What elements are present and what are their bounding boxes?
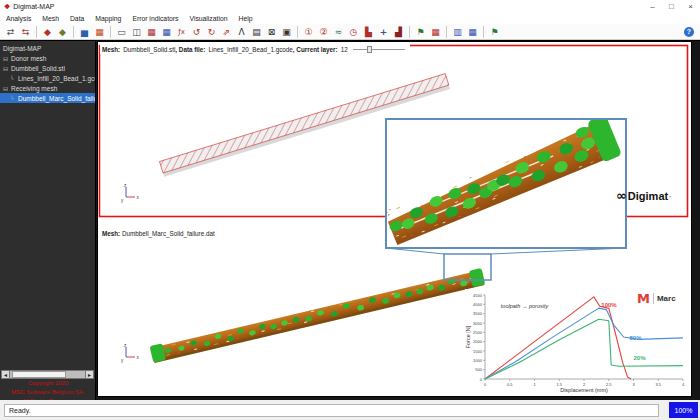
tree-item-receiving-mesh[interactable]: ⊟ Receiving mesh: [0, 83, 95, 93]
history-icon[interactable]: ◷: [346, 25, 361, 39]
snapshot-icon[interactable]: ▣: [279, 25, 294, 39]
scroll-left-button[interactable]: ◄: [1, 370, 10, 379]
viewport-split-icon[interactable]: ◫: [129, 25, 144, 39]
svg-text:y: y: [121, 198, 124, 203]
tree-item-label: Donor mesh: [11, 55, 46, 62]
menu-visualization[interactable]: Visualization: [189, 15, 227, 22]
toolbar-separator: [36, 26, 37, 38]
histogram-icon[interactable]: ▅: [77, 25, 92, 39]
compare-grid-icon[interactable]: ▦: [428, 25, 443, 39]
close-button[interactable]: ×: [681, 0, 700, 13]
log-view-icon[interactable]: ▤: [249, 25, 264, 39]
datafile-value: Lines_Infill_20_Bead_1.gcode: [208, 46, 292, 53]
mesh-label: Mesh:: [102, 46, 120, 53]
curves-icon[interactable]: ≈: [331, 25, 346, 39]
status-bar: Ready. 100%: [0, 400, 700, 420]
field-grid-icon[interactable]: ▦: [465, 25, 480, 39]
tree-item-dumbbell-solid[interactable]: ⊟ Dumbbell_Solid.stl: [0, 63, 95, 73]
error-function-icon[interactable]: ƒx: [174, 25, 189, 39]
tree-item-label: Receiving mesh: [11, 85, 57, 92]
toolbar-separator: [409, 26, 410, 38]
expander-icon[interactable]: ⊟: [3, 65, 11, 72]
force-displacement-chart: 00.511.522.533.5405001000150020002500300…: [465, 289, 689, 395]
layer-value: 12: [341, 46, 348, 53]
svg-text:0.5: 0.5: [507, 382, 513, 387]
receiving-mesh-view-icon[interactable]: ▦: [159, 25, 174, 39]
expander-icon[interactable]: ⊟: [3, 55, 11, 62]
logo-divider: [653, 293, 654, 304]
mesh-value: Dumbbell_Solid.stl: [123, 46, 175, 53]
open-receiving-icon[interactable]: ◆: [55, 25, 70, 39]
digimat-logo-text: Digimat: [628, 190, 668, 202]
run-mapping-icon[interactable]: ⚑: [487, 25, 502, 39]
svg-text:Force [N]: Force [N]: [465, 325, 471, 348]
tree-item-label: Dumbbell_Solid.stl: [11, 65, 65, 72]
svg-text:1.5: 1.5: [556, 382, 562, 387]
axis-triad-icon: z x y: [121, 183, 140, 203]
tree-item-label: Lines_Infill_20_Bead_1.gcode: [18, 75, 95, 82]
menu-help[interactable]: Help: [239, 15, 253, 22]
help-icon[interactable]: ?: [684, 27, 694, 37]
svg-text:500: 500: [475, 367, 482, 372]
render-mode-icon[interactable]: Λ: [234, 25, 249, 39]
menu-data[interactable]: Data: [70, 15, 84, 22]
svg-text:toolpath → porosity: toolpath → porosity: [501, 303, 550, 309]
marc-logo: M Marc: [637, 292, 676, 305]
tree-item-donor-mesh[interactable]: ⊟ Donor mesh: [0, 53, 95, 63]
layer-label: , Current layer:: [293, 46, 338, 53]
svg-text:3.5: 3.5: [655, 382, 661, 387]
scrollbar-track[interactable]: [10, 370, 85, 379]
rotate-cw-icon[interactable]: ↻: [204, 25, 219, 39]
window-title: Digimat-MAP: [13, 3, 54, 10]
tree-root[interactable]: Digimat-MAP: [0, 43, 95, 53]
menu-mapping[interactable]: Mapping: [95, 15, 121, 22]
crosshair-icon[interactable]: +: [376, 25, 391, 39]
svg-text:100%: 100%: [601, 302, 617, 308]
maximize-button[interactable]: □: [662, 0, 681, 13]
toolbar: ⇄ ⇆ ◆ ◆ ▅ ▦ ▭ ◫ ▦ ▦ ƒx ↺ ↻ ⇗ Λ ▤ ⊠ ▣ ① ②…: [0, 24, 700, 40]
svg-text:y: y: [121, 358, 124, 363]
menu-analysis[interactable]: Analysis: [6, 15, 31, 22]
tree-item-marc-failure[interactable]: └ Dumbbell_Marc_Solid_failure.da: [0, 93, 95, 103]
svg-text:1000: 1000: [473, 358, 483, 363]
flag-icon[interactable]: ⚑: [413, 25, 428, 39]
menu-error-indicators[interactable]: Error indicators: [132, 15, 178, 22]
tree-item-gcode[interactable]: └ Lines_Infill_20_Bead_1.gcode: [0, 73, 95, 83]
open-donor-icon[interactable]: ◆: [40, 25, 55, 39]
levels-icon[interactable]: ▙: [361, 25, 376, 39]
transfer-donor-icon[interactable]: ⇄: [3, 25, 18, 39]
viewport-single-icon[interactable]: ▭: [114, 25, 129, 39]
donor-mesh-info-bar: Mesh: Dumbbell_Solid.stl , Data file: Li…: [100, 44, 410, 54]
zoom-extent-icon[interactable]: ⇗: [219, 25, 234, 39]
datafile-label: , Data file:: [175, 46, 205, 53]
levels-alt-icon[interactable]: ▟: [391, 25, 406, 39]
svg-text:20%: 20%: [634, 355, 647, 361]
field-plot-icon[interactable]: ▦: [92, 25, 107, 39]
map-step-1-icon[interactable]: ①: [301, 25, 316, 39]
layer-slider-handle[interactable]: [367, 46, 372, 53]
svg-text:Displacement (mm): Displacement (mm): [560, 387, 608, 393]
scroll-right-button[interactable]: ►: [85, 370, 94, 379]
sidebar-scrollbar[interactable]: ◄ ►: [1, 370, 94, 379]
donor-mesh-view-icon[interactable]: ▦: [144, 25, 159, 39]
colorbar-icon[interactable]: ▥: [450, 25, 465, 39]
branch-icon: └: [10, 95, 18, 102]
map-step-2-icon[interactable]: ②: [316, 25, 331, 39]
tree-root-label: Digimat-MAP: [3, 45, 41, 52]
layer-slider[interactable]: [353, 49, 405, 50]
axis-triad-icon: z x y: [121, 343, 140, 363]
rotate-ccw-icon[interactable]: ↺: [189, 25, 204, 39]
svg-text:z: z: [124, 343, 127, 348]
menu-bar: Analysis Mesh Data Mapping Error indicat…: [0, 13, 700, 24]
scrollbar-thumb[interactable]: [12, 371, 66, 378]
toolbar-separator: [446, 26, 447, 38]
close-view-icon[interactable]: ⊠: [264, 25, 279, 39]
svg-text:1500: 1500: [473, 349, 483, 354]
minimize-button[interactable]: –: [643, 0, 662, 13]
digimat-logo: ∞ Digimat ’: [616, 190, 671, 202]
menu-mesh[interactable]: Mesh: [42, 15, 59, 22]
zoom-level-badge: 100%: [669, 402, 698, 418]
expander-icon[interactable]: ⊟: [3, 85, 11, 92]
transfer-receiving-icon[interactable]: ⇆: [18, 25, 33, 39]
title-bar: ❖ Digimat-MAP – □ ×: [0, 0, 700, 13]
